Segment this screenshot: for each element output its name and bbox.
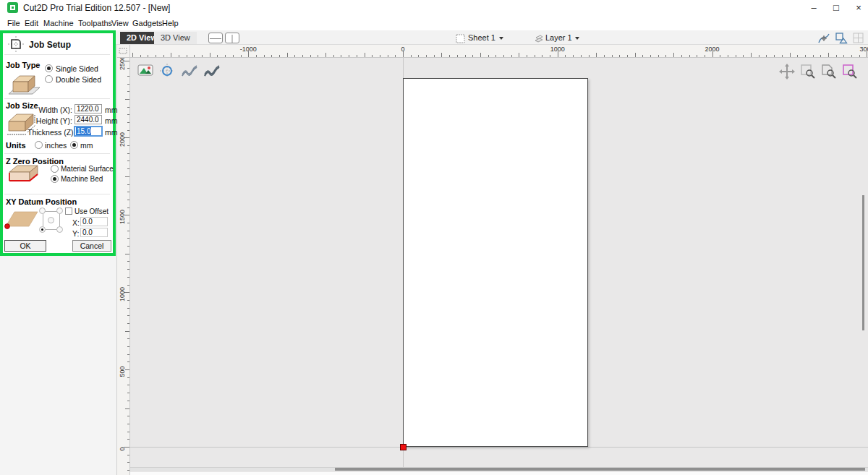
sheet-selector[interactable]: Sheet 1 <box>468 33 495 42</box>
datum-center[interactable] <box>48 217 54 223</box>
job-type-double-radio[interactable] <box>45 75 53 83</box>
datum-bottom-left[interactable] <box>39 226 46 233</box>
menu-item-view[interactable]: View <box>109 18 132 28</box>
app-icon <box>7 2 18 13</box>
title-bar: Cut2D Pro Trial Edition 12.507 - [New] –… <box>0 0 868 16</box>
datum-bottom-right[interactable] <box>56 226 63 233</box>
shading-dark-tool-icon[interactable] <box>203 63 219 79</box>
drawing-canvas[interactable] <box>130 58 868 475</box>
units-mm-label[interactable]: mm <box>80 141 93 150</box>
z-zero-material-radio[interactable] <box>51 165 59 173</box>
menu-item-help[interactable]: Help <box>159 18 182 28</box>
units-label: Units <box>6 141 26 150</box>
split-vertical-icon[interactable] <box>225 33 239 43</box>
menu-item-machine[interactable]: Machine <box>41 18 77 28</box>
material-sheet[interactable] <box>403 78 588 447</box>
zoom-drawing-tool-icon[interactable] <box>821 64 837 80</box>
ruler-corner <box>117 45 130 58</box>
job-type-single-label[interactable]: Single Sided <box>56 64 98 73</box>
xy-datum-sheet-icon <box>4 210 39 231</box>
sheet-caret-icon[interactable] <box>499 37 503 40</box>
datum-top-left[interactable] <box>39 207 46 214</box>
canvas-bottom-strip <box>130 472 868 475</box>
cancel-button[interactable]: Cancel <box>72 240 111 252</box>
datum-top-right[interactable] <box>56 207 63 214</box>
units-mm-radio[interactable] <box>70 141 78 149</box>
use-offset-label[interactable]: Use Offset <box>75 207 109 215</box>
menu-item-file[interactable]: File <box>4 18 23 28</box>
maximize-button[interactable]: □ <box>827 1 846 14</box>
thickness-z-input[interactable]: 15.0 <box>74 126 103 137</box>
minimize-button[interactable]: – <box>804 1 823 14</box>
horizontal-scrollbar-thumb[interactable] <box>335 468 865 471</box>
layer-caret-icon[interactable] <box>575 37 579 40</box>
offset-x-label: X: <box>72 218 80 227</box>
vertical-scrollbar-thumb[interactable] <box>862 195 864 330</box>
vector-circle-tool-icon[interactable] <box>159 63 175 79</box>
job-type-double-label[interactable]: Double Sided <box>56 75 101 84</box>
tab-3d-view[interactable]: 3D View <box>154 32 197 44</box>
thickness-z-unit: mm <box>105 128 118 137</box>
origin-marker[interactable] <box>400 444 407 450</box>
layer-selector[interactable]: Layer 1 <box>545 33 572 42</box>
xy-datum-label: XY Datum Position <box>6 197 77 206</box>
offset-y-input[interactable] <box>80 228 108 237</box>
z-zero-bed-label[interactable]: Machine Bed <box>61 175 103 183</box>
shading-tool-icon[interactable] <box>181 63 197 79</box>
split-horizontal-icon[interactable] <box>208 33 223 43</box>
height-y-unit: mm <box>105 116 118 125</box>
height-y-input[interactable] <box>75 115 102 124</box>
job-setup-panel: Job Setup Job Type Single Sided Double S… <box>0 30 116 256</box>
job-type-label: Job Type <box>6 61 40 69</box>
offset-y-label: Y: <box>72 229 79 238</box>
window-title: Cut2D Pro Trial Edition 12.507 - [New] <box>23 3 170 13</box>
units-inches-radio[interactable] <box>35 141 43 149</box>
units-inches-label[interactable]: inches <box>45 141 67 150</box>
z-zero-bed-radio[interactable] <box>51 175 59 183</box>
thickness-z-label: Thickness (Z): <box>27 128 72 137</box>
job-type-material-icon <box>7 69 41 97</box>
view-toolbar: 2D View 3D View Sheet 1 Layer 1 <box>0 30 868 45</box>
ok-button[interactable]: OK <box>4 240 46 252</box>
width-x-unit: mm <box>105 106 118 114</box>
job-setup-title: Job Setup <box>29 40 71 50</box>
menu-bar: File Edit Machine Toolpaths View Gadgets… <box>0 16 868 30</box>
z-zero-material-label[interactable]: Material Surface <box>61 165 114 173</box>
ruler-top: -10000100020003000 <box>130 45 868 58</box>
zoom-selection-tool-icon[interactable] <box>842 64 858 80</box>
bitmap-tool-icon[interactable] <box>137 63 153 79</box>
job-type-single-radio[interactable] <box>45 64 53 72</box>
z-zero-material-icon <box>7 163 39 187</box>
close-button[interactable]: × <box>849 1 868 14</box>
x-axis-line <box>130 447 868 448</box>
width-x-input[interactable] <box>75 104 102 114</box>
job-setup-icon <box>7 35 25 54</box>
use-offset-checkbox[interactable] <box>65 207 72 215</box>
width-x-label: Width (X): <box>27 106 72 114</box>
ruler-left: 25002000150010005000 <box>117 58 130 475</box>
offset-x-input[interactable] <box>80 217 108 226</box>
pan-tool-icon[interactable] <box>779 64 795 80</box>
zoom-box-tool-icon[interactable] <box>800 64 816 80</box>
menu-item-edit[interactable]: Edit <box>22 18 41 28</box>
height-y-label: Height (Y): <box>27 116 72 125</box>
